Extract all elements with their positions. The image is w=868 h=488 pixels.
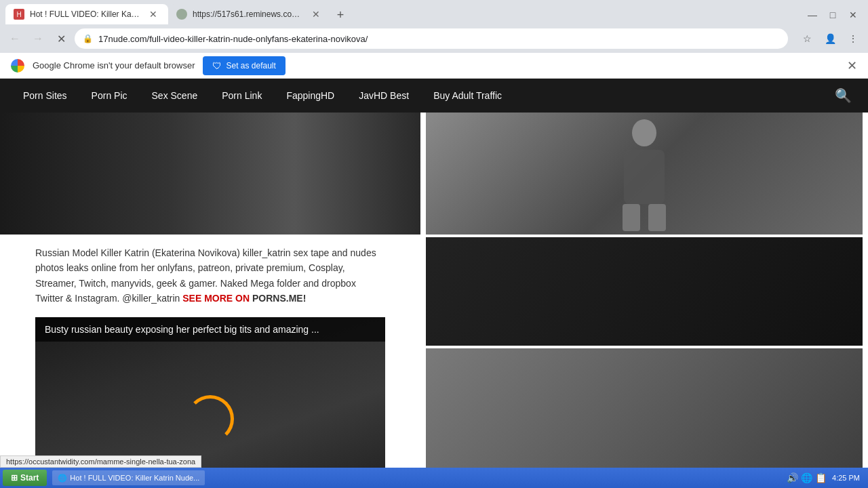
lock-icon: 🔒 [83,34,93,43]
svg-rect-3 [648,204,666,231]
nav-item-porn-link[interactable]: Porn Link [210,79,274,113]
taskbar-items: 🌐 Hot ! FULL VIDEO: Killer Katrin Nude..… [52,470,781,485]
bookmark-icon[interactable]: ☆ [797,29,816,48]
maximize-button[interactable]: □ [823,5,842,24]
notifications-icon[interactable]: 📋 [815,472,827,483]
article-description: Russian Model Killer Katrin (Ekaterina N… [0,235,420,317]
taskbar-item-label: Hot ! FULL VIDEO: Killer Katrin Nude... [70,474,199,482]
left-content: Russian Model Killer Katrin (Ekaterina N… [0,113,420,488]
minimize-button[interactable]: — [803,5,822,24]
nav-item-porn-pic[interactable]: Porn Pic [79,79,140,113]
svg-point-0 [632,119,656,146]
article-top-image [0,113,420,235]
set-default-button[interactable]: 🛡 Set as default [203,56,285,75]
network-icon[interactable]: 🌐 [801,472,812,483]
nav-item-sex-scene[interactable]: Sex Scene [140,79,210,113]
tab-title-active: Hot ! FULL VIDEO: Killer Katrin Nude... [30,9,141,19]
chrome-logo-icon [11,59,24,73]
tab-second[interactable]: https://517s61.reminews.com/dann... ✕ [168,4,331,24]
system-tray: 🔊 🌐 📋 [787,472,827,483]
svg-rect-2 [623,204,640,231]
see-more-label[interactable]: SEE MORE ON [182,293,250,304]
windows-icon: ⊞ [11,473,18,483]
nav-item-porn-sites[interactable]: Porn Sites [11,79,79,113]
taskbar-right: 🔊 🌐 📋 4:25 PM [781,472,865,483]
tab-close-active[interactable]: ✕ [146,7,160,21]
tab-active[interactable]: H Hot ! FULL VIDEO: Killer Katrin Nude..… [5,4,168,24]
taskbar-chrome-item[interactable]: 🌐 Hot ! FULL VIDEO: Killer Katrin Nude..… [52,470,205,485]
banner-close-button[interactable]: ✕ [847,58,857,73]
url-display: 17nude.com/full-video-killer-katrin-nude… [98,34,780,44]
taskbar-time: 4:25 PM [832,474,860,482]
video-title: Busty russian beauty exposing her perfec… [35,317,385,342]
loading-spinner [186,395,234,443]
tab-title-second: https://517s61.reminews.com/dann... [193,9,304,19]
sound-icon[interactable]: 🔊 [787,472,798,483]
sidebar-image-1[interactable] [426,113,863,235]
main-content: Russian Model Killer Katrin (Ekaterina N… [0,113,868,488]
start-button[interactable]: ⊞ Start [3,470,47,486]
banner-message: Google Chrome isn't your default browser [33,60,195,70]
nav-item-buy-adult-traffic[interactable]: Buy Adult Traffic [421,79,514,113]
tab-close-second[interactable]: ✕ [309,7,323,21]
back-button[interactable]: ← [5,29,24,48]
search-icon[interactable]: 🔍 [829,87,857,104]
default-browser-banner: Google Chrome isn't your default browser… [0,53,868,79]
tab-favicon-second [176,9,187,20]
address-bar-icons: ☆ 👤 ⋮ [797,29,863,48]
svg-rect-1 [624,150,665,204]
new-tab-button[interactable]: + [331,5,350,24]
link-preview: https://occustantwidity.com/mamme-single… [0,455,201,468]
site-nav: Porn Sites Porn Pic Sex Scene Porn Link … [0,79,868,113]
chrome-icon-small: 🌐 [58,474,67,483]
reload-button[interactable]: ✕ [52,29,71,48]
right-sidebar: RECENT 🕐 🏷 Lunaokko Naked {25 Photos + 3… [420,113,868,488]
profile-icon[interactable]: 👤 [821,29,840,48]
sidebar-image-2[interactable] [426,237,863,346]
start-label: Start [20,473,39,483]
sidebar-person-icon-1 [604,116,685,231]
nav-item-fapping-hd[interactable]: FappingHD [274,79,347,113]
set-default-label: Set as default [226,61,275,70]
tab-bar: H Hot ! FULL VIDEO: Killer Katrin Nude..… [0,0,868,24]
address-bar-row: ← → ✕ 🔒 17nude.com/full-video-killer-kat… [0,24,868,53]
taskbar: ⊞ Start 🌐 Hot ! FULL VIDEO: Killer Katri… [0,468,868,488]
forward-button[interactable]: → [28,29,47,48]
menu-icon[interactable]: ⋮ [844,29,863,48]
close-window-button[interactable]: ✕ [844,5,863,24]
porns-me-label[interactable]: PORNS.ME! [252,293,306,304]
shield-icon: 🛡 [212,60,222,71]
nav-item-javhd-best[interactable]: JavHD Best [347,79,421,113]
tab-favicon-active: H [14,9,24,20]
address-bar[interactable]: 🔒 17nude.com/full-video-killer-katrin-nu… [75,28,788,49]
